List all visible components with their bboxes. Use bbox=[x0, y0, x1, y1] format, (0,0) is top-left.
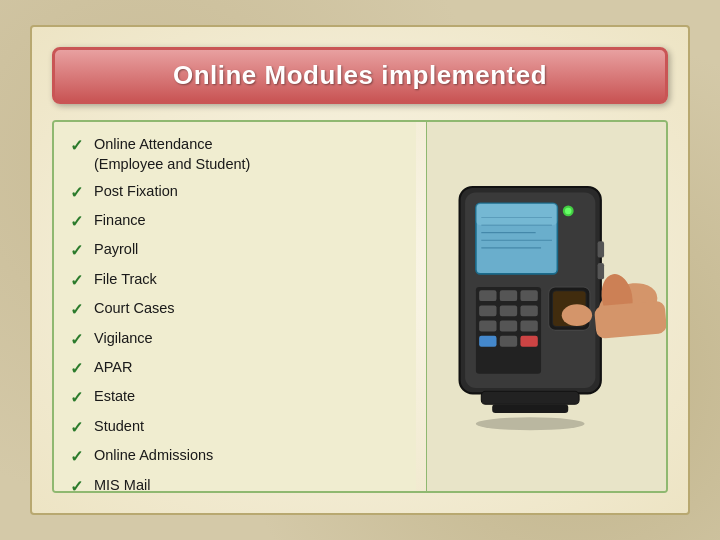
list-item-text: APAR bbox=[94, 357, 132, 377]
checkmark-icon: ✓ bbox=[70, 446, 84, 468]
list-item: ✓Court Cases bbox=[70, 298, 400, 321]
list-section: ✓Online Attendance(Employee and Student)… bbox=[54, 122, 416, 491]
list-item-text: Student bbox=[94, 416, 144, 436]
svg-rect-15 bbox=[479, 305, 496, 316]
list-item-text: Finance bbox=[94, 210, 146, 230]
svg-rect-32 bbox=[598, 263, 605, 279]
svg-point-10 bbox=[565, 208, 572, 215]
checkmark-icon: ✓ bbox=[70, 270, 84, 292]
list-item: ✓Estate bbox=[70, 386, 400, 409]
svg-rect-22 bbox=[500, 336, 517, 347]
svg-rect-18 bbox=[479, 321, 496, 332]
slide-title: Online Modules implemented bbox=[173, 60, 547, 90]
list-item-text: Online Attendance(Employee and Student) bbox=[94, 134, 250, 175]
checkmark-icon: ✓ bbox=[70, 135, 84, 157]
checkmark-icon: ✓ bbox=[70, 476, 84, 494]
list-item-text: Online Admissions bbox=[94, 445, 213, 465]
svg-rect-20 bbox=[520, 321, 537, 332]
list-item: ✓MIS Mail bbox=[70, 475, 400, 494]
svg-rect-19 bbox=[500, 321, 517, 332]
svg-rect-14 bbox=[520, 290, 537, 301]
list-item-text: Payroll bbox=[94, 239, 138, 259]
list-item: ✓Student bbox=[70, 416, 400, 439]
list-item: ✓APAR bbox=[70, 357, 400, 380]
svg-rect-31 bbox=[598, 241, 605, 257]
svg-point-35 bbox=[476, 417, 585, 430]
svg-rect-12 bbox=[479, 290, 496, 301]
svg-rect-13 bbox=[500, 290, 517, 301]
list-item: ✓Finance bbox=[70, 210, 400, 233]
slide-container: Online Modules implemented ✓Online Atten… bbox=[30, 25, 690, 515]
device-image bbox=[427, 122, 666, 491]
svg-rect-17 bbox=[520, 305, 537, 316]
checkmark-icon: ✓ bbox=[70, 417, 84, 439]
checkmark-icon: ✓ bbox=[70, 358, 84, 380]
list-item-text: Estate bbox=[94, 386, 135, 406]
checkmark-icon: ✓ bbox=[70, 299, 84, 321]
list-item: ✓Vigilance bbox=[70, 328, 400, 351]
list-item-text: Post Fixation bbox=[94, 181, 178, 201]
list-item-text: Court Cases bbox=[94, 298, 175, 318]
checkmark-icon: ✓ bbox=[70, 182, 84, 204]
list-item: ✓Online Admissions bbox=[70, 445, 400, 468]
list-item-text: MIS Mail bbox=[94, 475, 150, 494]
svg-rect-33 bbox=[481, 391, 579, 404]
list-item-text: Vigilance bbox=[94, 328, 153, 348]
image-section bbox=[426, 122, 666, 491]
svg-rect-34 bbox=[492, 404, 568, 413]
svg-rect-21 bbox=[479, 336, 496, 347]
list-item-text: File Track bbox=[94, 269, 157, 289]
list-item: ✓Post Fixation bbox=[70, 181, 400, 204]
svg-rect-16 bbox=[500, 305, 517, 316]
svg-rect-23 bbox=[520, 336, 537, 347]
content-area: ✓Online Attendance(Employee and Student)… bbox=[52, 120, 668, 493]
list-item: ✓File Track bbox=[70, 269, 400, 292]
checkmark-icon: ✓ bbox=[70, 329, 84, 351]
title-box: Online Modules implemented bbox=[52, 47, 668, 104]
list-item: ✓Payroll bbox=[70, 239, 400, 262]
checkmark-icon: ✓ bbox=[70, 387, 84, 409]
list-item: ✓Online Attendance(Employee and Student) bbox=[70, 134, 400, 175]
svg-point-29 bbox=[562, 304, 592, 326]
checkmark-icon: ✓ bbox=[70, 240, 84, 262]
checkmark-icon: ✓ bbox=[70, 211, 84, 233]
svg-rect-30 bbox=[594, 300, 666, 339]
svg-rect-8 bbox=[476, 203, 557, 225]
